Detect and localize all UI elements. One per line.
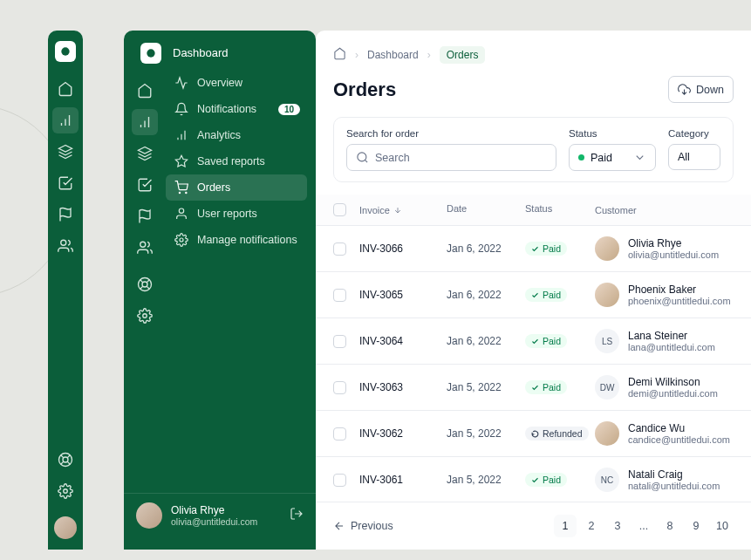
table-row[interactable]: INV-3066 Jan 6, 2022 Paid Olivia Rhyeoli… (316, 226, 751, 272)
home-icon[interactable] (52, 76, 79, 102)
flag-icon[interactable] (132, 203, 158, 229)
nav-label: Overview (197, 77, 242, 89)
sidebar-item-saved-reports[interactable]: Saved reports (166, 148, 307, 174)
life-buoy-icon[interactable] (132, 271, 158, 297)
breadcrumb-item-active: Orders (440, 46, 486, 64)
row-checkbox[interactable] (333, 427, 346, 440)
avatar-initials: LS (595, 329, 619, 353)
bar-chart-icon[interactable] (132, 109, 158, 135)
customer-name: Natali Craig (628, 468, 720, 481)
row-checkbox[interactable] (333, 289, 346, 302)
download-label: Down (696, 84, 724, 96)
status-select[interactable]: Paid (569, 144, 656, 171)
sidebar: Dashboard OverviewNotifications10Analyti… (124, 31, 316, 550)
category-label: Category (668, 128, 720, 139)
category-value: All (678, 151, 690, 163)
breadcrumb-item[interactable]: Dashboard (367, 49, 419, 61)
sidebar-item-orders[interactable]: Orders (166, 174, 307, 201)
sidebar-item-notifications[interactable]: Notifications10 (166, 96, 307, 122)
notification-badge: 10 (278, 104, 300, 115)
home-icon[interactable] (132, 78, 158, 104)
invoice-date: Jan 5, 2022 (447, 474, 525, 486)
page-2[interactable]: 2 (580, 515, 603, 537)
table-header: Invoice Date Status Customer (316, 195, 751, 226)
page-title: Orders (333, 79, 396, 101)
settings-icon[interactable] (52, 478, 79, 504)
table-row[interactable]: INV-3065 Jan 6, 2022 Paid Phoenix Bakerp… (316, 272, 751, 318)
layers-icon[interactable] (132, 140, 158, 167)
invoice-id: INV-3065 (359, 289, 447, 301)
invoice-date: Jan 5, 2022 (447, 427, 525, 440)
status-badge: Paid (525, 334, 567, 348)
layers-icon[interactable] (52, 139, 79, 165)
page-3[interactable]: 3 (606, 515, 629, 537)
users-icon[interactable] (52, 233, 79, 259)
users-icon[interactable] (132, 235, 158, 261)
table-row[interactable]: INV-3062 Jan 5, 2022 Refunded Candice Wu… (316, 411, 751, 457)
page-8[interactable]: 8 (659, 515, 681, 537)
home-icon[interactable] (333, 47, 346, 63)
status-badge: Paid (525, 473, 567, 487)
col-invoice[interactable]: Invoice (359, 203, 447, 216)
sidebar-title: Dashboard (166, 43, 307, 70)
customer-name: Phoenix Baker (628, 283, 731, 296)
sidebar-item-overview[interactable]: Overview (166, 70, 307, 96)
page-1[interactable]: 1 (554, 515, 577, 537)
table-row[interactable]: INV-3064 Jan 6, 2022 Paid LSLana Steiner… (316, 318, 751, 365)
search-input[interactable]: Search (346, 144, 556, 171)
col-date[interactable]: Date (447, 203, 525, 216)
check-square-icon[interactable] (132, 172, 158, 198)
invoice-date: Jan 6, 2022 (447, 335, 525, 347)
status-badge: Paid (525, 380, 567, 394)
col-customer[interactable]: Customer (595, 203, 734, 216)
settings-icon (174, 233, 188, 247)
download-button[interactable]: Down (668, 76, 734, 103)
user-block: Olivia Rhye olivia@untitledui.com (124, 493, 316, 537)
prev-button[interactable]: Previous (333, 520, 393, 532)
logout-icon[interactable] (290, 507, 304, 524)
customer-name: Lana Steiner (628, 330, 715, 342)
invoice-id: INV-3061 (359, 474, 447, 486)
chevron-down-icon (633, 151, 646, 164)
sidebar-item-manage-notifications[interactable]: Manage notifications (166, 227, 307, 253)
table-row[interactable]: INV-3063 Jan 5, 2022 Paid DWDemi Wilkins… (316, 365, 751, 411)
row-checkbox[interactable] (333, 242, 346, 256)
table-row[interactable]: INV-3061 Jan 5, 2022 Paid NCNatali Craig… (316, 457, 751, 502)
flag-icon[interactable] (52, 201, 79, 228)
sidebar-item-user-reports[interactable]: User reports (166, 201, 307, 227)
life-buoy-icon[interactable] (52, 447, 79, 473)
avatar (595, 236, 619, 261)
category-select[interactable]: All (668, 144, 720, 170)
row-checkbox[interactable] (333, 335, 346, 348)
status-value: Paid (591, 152, 612, 164)
app-logo[interactable] (55, 41, 76, 62)
avatar[interactable] (54, 516, 77, 539)
chevron-right-icon: › (427, 49, 431, 61)
chevron-right-icon: › (355, 49, 358, 61)
app-logo[interactable] (140, 43, 161, 64)
cloud-download-icon (678, 83, 691, 96)
page-10[interactable]: 10 (711, 515, 734, 537)
invoice-date: Jan 6, 2022 (447, 289, 525, 301)
activity-icon (174, 76, 188, 90)
check-square-icon[interactable] (52, 170, 79, 196)
star-icon (174, 154, 188, 168)
col-status[interactable]: Status (525, 203, 595, 216)
page-9[interactable]: 9 (685, 515, 707, 537)
invoice-id: INV-3064 (359, 335, 447, 347)
customer-email: candice@untitledui.com (628, 434, 730, 445)
row-checkbox[interactable] (333, 381, 346, 394)
bar-chart-icon[interactable] (52, 107, 79, 133)
avatar-initials: DW (595, 375, 619, 400)
status-label: Status (569, 128, 656, 139)
avatar (595, 421, 619, 446)
settings-icon[interactable] (132, 303, 158, 329)
sidebar-item-analytics[interactable]: Analytics (166, 122, 307, 148)
select-all-checkbox[interactable] (333, 203, 346, 216)
arrow-left-icon (333, 520, 345, 532)
avatar[interactable] (136, 502, 162, 529)
row-checkbox[interactable] (333, 474, 346, 487)
invoice-id: INV-3066 (359, 242, 447, 255)
page-ellipsis: ... (632, 515, 655, 537)
bar-chart-icon (174, 128, 188, 142)
